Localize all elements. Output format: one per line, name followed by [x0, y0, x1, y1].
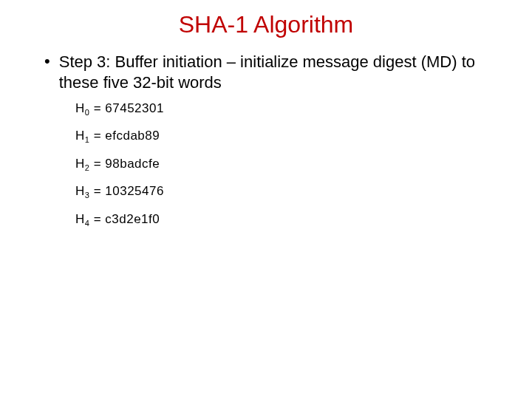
var-value: = 67452301: [89, 101, 164, 115]
slide-title: SHA-1 Algorithm: [22, 11, 510, 38]
var-value: = 10325476: [89, 184, 164, 198]
hash-h4: H4 = c3d2e1f0: [75, 212, 510, 228]
var-value: = c3d2e1f0: [89, 212, 160, 226]
hash-values-list: H0 = 67452301 H1 = efcdab89 H2 = 98badcf…: [75, 101, 510, 228]
bullet-marker: •: [44, 52, 50, 92]
hash-h2: H2 = 98badcfe: [75, 157, 510, 172]
var-value: = 98badcfe: [89, 157, 160, 171]
var-label: H: [75, 157, 85, 171]
hash-h3: H3 = 10325476: [75, 184, 510, 200]
var-label: H: [75, 212, 85, 226]
bullet-text: Step 3: Buffer initiation – initialize m…: [59, 52, 510, 92]
slide: SHA-1 Algorithm • Step 3: Buffer initiat…: [0, 0, 532, 250]
var-value: = efcdab89: [89, 129, 160, 143]
hash-h1: H1 = efcdab89: [75, 129, 510, 144]
var-label: H: [75, 129, 85, 143]
bullet-item: • Step 3: Buffer initiation – initialize…: [44, 52, 510, 92]
hash-h0: H0 = 67452301: [75, 101, 510, 117]
var-label: H: [75, 101, 85, 115]
var-label: H: [75, 184, 85, 198]
